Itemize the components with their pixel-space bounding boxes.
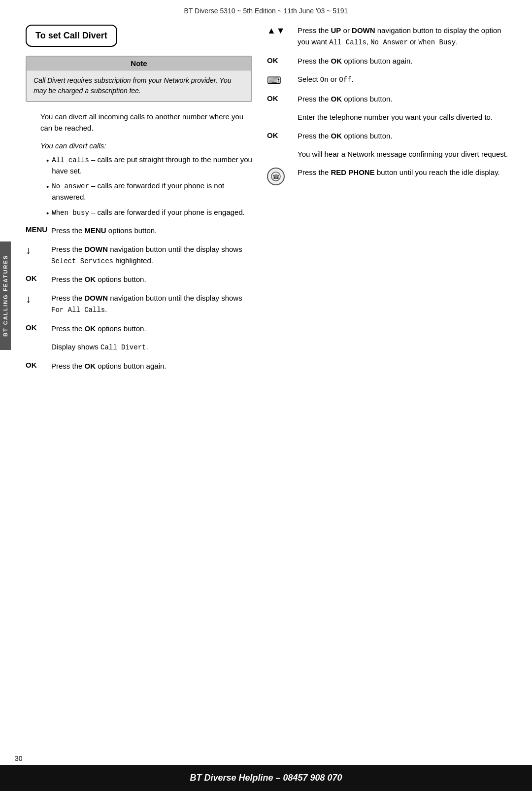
intro-text: You can divert all incoming calls to ano…	[26, 111, 252, 134]
phone-text: Press the RED PHONE button until you rea…	[298, 167, 512, 178]
bullet-text-3: When busy – calls are forwarded if your …	[52, 207, 245, 218]
right-ok2-icon-cell: OK	[267, 93, 298, 103]
right-instr-ok2: OK Press the OK options button.	[267, 93, 512, 104]
right-ok3-icon-cell: OK	[267, 130, 298, 139]
bullet-text-2: No answer – calls are forwarded if your …	[52, 180, 252, 203]
no-answer-mono: No Answer	[370, 38, 408, 46]
footer-text: BT Diverse Helpline – 08457 908 070	[190, 773, 342, 783]
instr-ok-3-label: OK	[26, 360, 51, 369]
instr-menu: MENU Press the MENU options button.	[26, 225, 252, 236]
instr-menu-label: MENU	[26, 225, 51, 234]
instr-down-2: ↓ Press the DOWN navigation button until…	[26, 292, 252, 316]
enter-number-icon-cell	[267, 111, 298, 112]
instr-display: Display shows Call Divert.	[26, 341, 252, 353]
up-bold: UP	[331, 26, 341, 34]
when-busy-mono: When Busy	[419, 38, 456, 46]
bullet-mono-2: No answer	[52, 182, 89, 190]
on-mono: On	[320, 76, 329, 84]
right-ok3-text: Press the OK options button.	[298, 130, 512, 141]
right-ok1-label: OK	[267, 56, 278, 65]
ok-bold-r2: OK	[331, 95, 342, 103]
instr-ok-1-label: OK	[26, 274, 51, 282]
right-instr-ok1: OK Press the OK options button again.	[267, 55, 512, 67]
note-header: Note	[27, 57, 251, 70]
bullet-item-3: • When busy – calls are forwarded if you…	[46, 207, 252, 219]
for-all-calls-mono: For All Calls	[51, 306, 105, 314]
network-text: You will hear a Network message confirmi…	[298, 148, 512, 160]
title-box: To set Call Divert	[26, 25, 117, 47]
up-arrow: ▲	[267, 26, 276, 36]
right-ok3-label: OK	[267, 131, 278, 139]
right-ok2-label: OK	[267, 94, 278, 103]
grid-icon: ⌨	[267, 74, 281, 86]
instr-menu-text: Press the MENU options button.	[51, 225, 252, 236]
ok-bold-r3: OK	[331, 132, 342, 140]
instr-down-1-icon: ↓	[26, 243, 51, 257]
enter-number-text: Enter the telephone number you want your…	[298, 111, 512, 123]
note-box: Note Call Divert requires subscription f…	[26, 56, 252, 102]
page-header: BT Diverse 5310 ~ 5th Edition ~ 11th Jun…	[0, 0, 532, 20]
footer-bar: BT Diverse Helpline – 08457 908 070	[0, 765, 532, 791]
note-body: Call Divert requires subscription from y…	[27, 70, 251, 101]
left-column: To set Call Divert Note Call Divert requ…	[26, 25, 262, 378]
ok-bold-3: OK	[85, 362, 96, 370]
select-services-mono: Select Services	[51, 257, 113, 265]
phone-svg: ☎	[271, 172, 281, 181]
right-instr-ok3: OK Press the OK options button.	[267, 130, 512, 141]
down-bold: DOWN	[352, 26, 375, 34]
right-ok1-text: Press the OK options button again.	[298, 55, 512, 67]
menu-bold: MENU	[85, 226, 106, 235]
header-title: BT Diverse 5310 ~ 5th Edition ~ 11th Jun…	[184, 7, 348, 15]
bullet-dot-2: •	[46, 181, 49, 193]
instr-ok-3-text: Press the OK options button again.	[51, 360, 252, 372]
ok-bold-2: OK	[85, 324, 96, 333]
instr-ok-2-label: OK	[26, 323, 51, 332]
bullet-item-1: • All calls – calls are put straight thr…	[46, 154, 252, 177]
updown-icon: ▲ ▼	[267, 26, 285, 36]
ok-bold-1: OK	[85, 275, 96, 283]
bullet-dot-1: •	[46, 155, 49, 167]
page-number: 30	[15, 755, 23, 762]
instr-down-2-text: Press the DOWN navigation button until t…	[51, 292, 252, 316]
red-phone-bold: RED PHONE	[331, 168, 375, 176]
right-instr-network: You will hear a Network message confirmi…	[267, 148, 512, 160]
instr-down-1: ↓ Press the DOWN navigation button until…	[26, 243, 252, 267]
phone-icon-cell: ☎	[267, 167, 298, 185]
bullet-dot-3: •	[46, 208, 49, 219]
bullet-mono-1: All calls	[52, 156, 89, 164]
bullet-mono-3: When busy	[52, 209, 89, 217]
ok-bold-r1: OK	[331, 57, 342, 65]
right-instr-updown: ▲ ▼ Press the UP or DOWN navigation butt…	[267, 25, 512, 48]
right-instr-grid: ⌨ Select On or Off.	[267, 73, 512, 86]
bullet-text-1: All calls – calls are put straight throu…	[52, 154, 252, 177]
instr-down-1-text: Press the DOWN navigation button until t…	[51, 243, 252, 267]
right-ok2-text: Press the OK options button.	[298, 93, 512, 104]
instr-ok-2: OK Press the OK options button.	[26, 323, 252, 334]
instr-ok-3: OK Press the OK options button again.	[26, 360, 252, 372]
down-bold-2: DOWN	[85, 294, 108, 302]
off-mono: Off	[339, 76, 351, 84]
right-instr-phone: ☎ Press the RED PHONE button until you r…	[267, 167, 512, 185]
grid-text: Select On or Off.	[298, 73, 512, 86]
down-arrow: ▼	[276, 26, 285, 36]
svg-text:☎: ☎	[272, 173, 280, 180]
right-instr-enter-number: Enter the telephone number you want your…	[267, 111, 512, 123]
bullet-list: • All calls – calls are put straight thr…	[32, 154, 252, 219]
divert-calls-header: You can divert calls:	[26, 140, 252, 151]
updown-text: Press the UP or DOWN navigation button t…	[298, 25, 512, 48]
instr-display-text: Display shows Call Divert.	[51, 341, 252, 353]
instr-ok-1: OK Press the OK options button.	[26, 274, 252, 285]
instr-ok-1-text: Press the OK options button.	[51, 274, 252, 285]
network-icon-cell	[267, 148, 298, 149]
bullet-item-2: • No answer – calls are forwarded if you…	[46, 180, 252, 203]
instr-down-2-icon: ↓	[26, 292, 51, 306]
down-bold-1: DOWN	[85, 245, 108, 253]
call-divert-mono: Call Divert	[100, 344, 146, 351]
right-column: ▲ ▼ Press the UP or DOWN navigation butt…	[262, 25, 512, 378]
all-calls-mono: All Calls	[329, 38, 366, 46]
instr-ok-2-text: Press the OK options button.	[51, 323, 252, 334]
phone-circle-icon: ☎	[267, 168, 285, 185]
updown-icon-cell: ▲ ▼	[267, 25, 298, 36]
grid-icon-cell: ⌨	[267, 73, 298, 86]
main-content: To set Call Divert Note Call Divert requ…	[11, 20, 532, 383]
